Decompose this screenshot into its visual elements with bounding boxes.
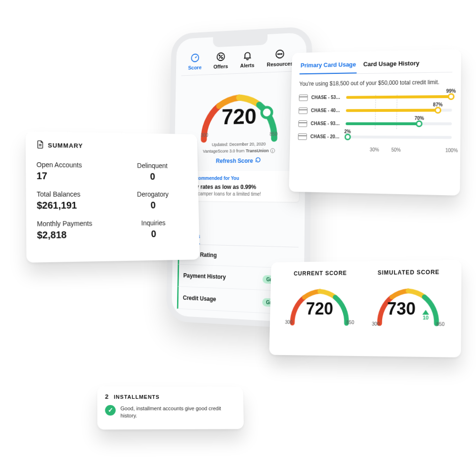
simulated-score-card: CURRENT SCORE 720 300850 SIMULATED SCORE… bbox=[269, 260, 461, 357]
summary-total-balances: Total Balances $261,191 bbox=[37, 190, 112, 211]
usage-percent: 87% bbox=[433, 102, 443, 107]
score-delta: 10 bbox=[422, 310, 429, 320]
usage-percent: 2% bbox=[344, 129, 351, 134]
promo-sub: on RV camper loans for a limited time! bbox=[184, 191, 293, 197]
score-source: VantageScore 3.0 from TransUnion i bbox=[189, 148, 289, 154]
tab-resources[interactable]: Resources bbox=[267, 48, 293, 67]
usage-bar: 99% bbox=[346, 95, 452, 99]
usage-thumb[interactable] bbox=[416, 120, 423, 127]
tab-score[interactable]: Score bbox=[188, 52, 202, 70]
usage-description: You're using $18,500 out of your $50,000… bbox=[299, 78, 453, 88]
info-icon[interactable]: i bbox=[270, 148, 275, 153]
usage-card-name: CHASE - 200… bbox=[310, 134, 342, 139]
usage-thumb[interactable] bbox=[344, 134, 351, 140]
usage-percent: 99% bbox=[446, 88, 456, 93]
summary-title: SUMMARY bbox=[36, 140, 188, 152]
usage-card-name: CHASE - 530… bbox=[311, 95, 343, 100]
svg-point-3 bbox=[221, 58, 222, 59]
score-gauge: 720 300 850 Updated: December 20, 2020 V… bbox=[189, 80, 290, 165]
installments-text: Good, installment accounts give good cre… bbox=[120, 405, 236, 420]
svg-point-6 bbox=[279, 54, 280, 55]
bell-icon bbox=[242, 50, 252, 61]
summary-card: SUMMARY Open Accounts 17 Delinquent 0 To… bbox=[26, 131, 200, 263]
credit-card-icon bbox=[298, 108, 307, 114]
svg-point-2 bbox=[219, 55, 220, 56]
current-score-gauge: CURRENT SCORE 720 300850 bbox=[278, 270, 361, 351]
gauge-icon bbox=[190, 53, 200, 63]
usage-bar: 70% bbox=[346, 122, 452, 125]
usage-card-name: CHASE - 933… bbox=[311, 121, 342, 126]
tab-score-label: Score bbox=[188, 65, 201, 71]
tab-primary-usage[interactable]: Primary Card Usage bbox=[299, 58, 357, 74]
summary-delinquent: Delinquent 0 bbox=[116, 161, 188, 182]
credit-card-icon bbox=[298, 133, 307, 140]
tab-offers-label: Offers bbox=[213, 63, 228, 69]
usage-tabs: Primary Card Usage Card Usage History bbox=[299, 56, 452, 75]
svg-point-7 bbox=[281, 53, 282, 54]
summary-monthly: Monthly Payments $2,818 bbox=[37, 219, 112, 241]
usage-thumb[interactable] bbox=[434, 107, 441, 113]
simulated-score-gauge: SIMULATED SCORE 730 10 300850 bbox=[365, 268, 452, 351]
tab-resources-label: Resources bbox=[267, 60, 293, 67]
promo-badge: ★ Recommended for You bbox=[185, 176, 294, 181]
up-triangle-icon bbox=[422, 310, 429, 315]
usage-scale: 30% 50% 100% bbox=[342, 147, 451, 154]
tab-alerts[interactable]: Alerts bbox=[240, 50, 254, 69]
score-max: 850 bbox=[269, 131, 278, 137]
percent-icon bbox=[216, 51, 226, 62]
refresh-score-button[interactable]: Refresh Score bbox=[189, 157, 290, 164]
svg-point-5 bbox=[278, 54, 279, 55]
card-usage-card: Primary Card Usage Card Usage History Yo… bbox=[289, 49, 461, 196]
more-icon bbox=[275, 49, 285, 59]
usage-thumb[interactable] bbox=[447, 93, 454, 100]
document-icon bbox=[36, 140, 44, 150]
usage-percent: 70% bbox=[415, 116, 424, 121]
promo-title: Enjoy rates as low as 0.99% bbox=[184, 184, 293, 191]
summary-inquiries: Inquiries 0 bbox=[117, 219, 189, 240]
installments-header: 2 INSTALLMENTS bbox=[105, 393, 236, 401]
credit-card-icon bbox=[299, 94, 308, 101]
usage-bar: 2% bbox=[346, 136, 452, 139]
tab-offers[interactable]: Offers bbox=[213, 51, 228, 69]
usage-card-name: CHASE - 406… bbox=[311, 108, 342, 113]
svg-point-8 bbox=[262, 107, 272, 118]
refresh-icon bbox=[255, 157, 261, 164]
usage-rows: CHASE - 530…99%CHASE - 406…87%CHASE - 93… bbox=[298, 93, 452, 141]
tab-alerts-label: Alerts bbox=[240, 62, 254, 69]
check-icon: ✓ bbox=[105, 405, 116, 416]
summary-open-accounts: Open Accounts 17 bbox=[37, 161, 112, 182]
credit-card-icon bbox=[298, 120, 307, 127]
usage-row: CHASE - 200…2% bbox=[298, 133, 452, 141]
usage-bar: 87% bbox=[346, 109, 452, 112]
tab-usage-history[interactable]: Card Usage History bbox=[362, 57, 420, 73]
summary-derogatory: Derogatory 0 bbox=[117, 190, 189, 211]
score-min: 300 bbox=[201, 132, 208, 138]
installments-card: 2 INSTALLMENTS ✓ Good, installment accou… bbox=[97, 386, 244, 430]
